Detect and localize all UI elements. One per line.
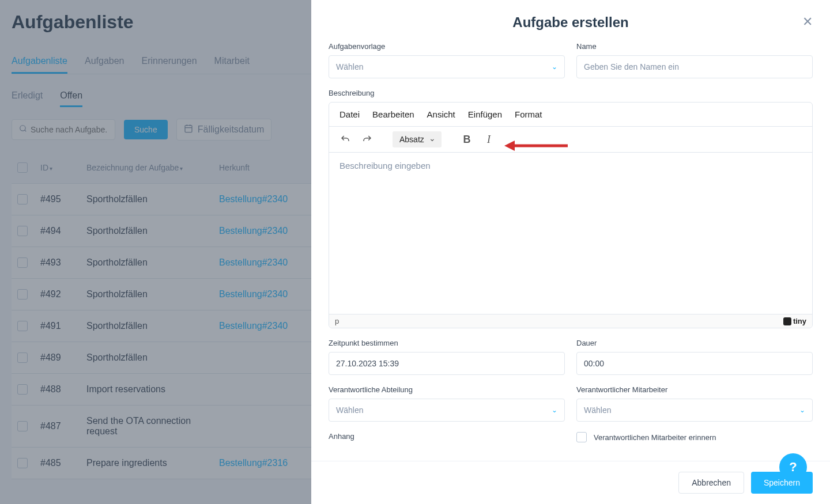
cancel-button[interactable]: Abbrechen [678, 472, 744, 494]
editor-menubar: Datei Bearbeiten Ansicht Einfügen Format [329, 103, 812, 127]
template-select[interactable]: Wählen ⌄ [329, 55, 565, 78]
modal-header: Aufgabe erstellen ✕ [311, 0, 830, 36]
editor-content[interactable]: Beschreibung eingeben [329, 153, 812, 314]
tiny-logo: tiny [783, 317, 806, 325]
chevron-down-icon: ⌄ [552, 406, 557, 414]
duration-input[interactable] [576, 352, 813, 375]
employee-label: Verantwortlicher Mitarbeiter [576, 385, 813, 394]
modal-footer: Abbrechen Speichern [311, 461, 830, 504]
editor-path: p [335, 317, 339, 325]
format-select[interactable]: Absatz [393, 131, 442, 147]
undo-icon[interactable] [337, 131, 353, 147]
help-button[interactable]: ? [779, 453, 807, 481]
create-task-modal: Aufgabe erstellen ✕ Aufgabenvorlage Wähl… [311, 0, 830, 504]
department-label: Verantwortliche Abteilung [329, 385, 565, 394]
department-select[interactable]: Wählen ⌄ [329, 399, 565, 422]
chevron-down-icon: ⌄ [552, 63, 557, 71]
timing-label: Zeitpunkt bestimmen [329, 339, 565, 347]
template-label: Aufgabenvorlage [329, 42, 565, 51]
editor-footer: p tiny [329, 314, 812, 328]
remind-label: Verantwortlichen Mitarbeiter erinnern [594, 433, 716, 442]
menu-format[interactable]: Format [515, 109, 542, 119]
menu-datei[interactable]: Datei [339, 109, 360, 119]
help-icon: ? [789, 460, 797, 475]
timing-input[interactable] [329, 352, 565, 375]
annotation-arrow-icon [504, 139, 568, 153]
bold-icon[interactable]: B [459, 131, 475, 147]
modal-title: Aufgabe erstellen [512, 14, 628, 31]
employee-select[interactable]: Wählen ⌄ [576, 399, 813, 422]
rich-text-editor: Datei Bearbeiten Ansicht Einfügen Format [329, 102, 813, 328]
menu-einfuegen[interactable]: Einfügen [468, 109, 502, 119]
menu-bearbeiten[interactable]: Bearbeiten [372, 109, 414, 119]
attachment-label: Anhang [329, 432, 565, 441]
svg-marker-7 [504, 141, 515, 151]
description-label: Beschreibung [329, 89, 813, 97]
name-label: Name [576, 42, 813, 51]
redo-icon[interactable] [359, 131, 375, 147]
chevron-down-icon: ⌄ [799, 406, 805, 414]
menu-ansicht[interactable]: Ansicht [427, 109, 455, 119]
close-icon[interactable]: ✕ [802, 14, 813, 29]
name-input[interactable] [576, 55, 813, 78]
remind-checkbox[interactable] [576, 432, 587, 442]
italic-icon[interactable]: I [481, 131, 497, 147]
editor-toolbar: Absatz B I [329, 127, 812, 153]
duration-label: Dauer [576, 339, 813, 347]
modal-body: Aufgabenvorlage Wählen ⌄ Name Beschreibu… [311, 36, 830, 461]
